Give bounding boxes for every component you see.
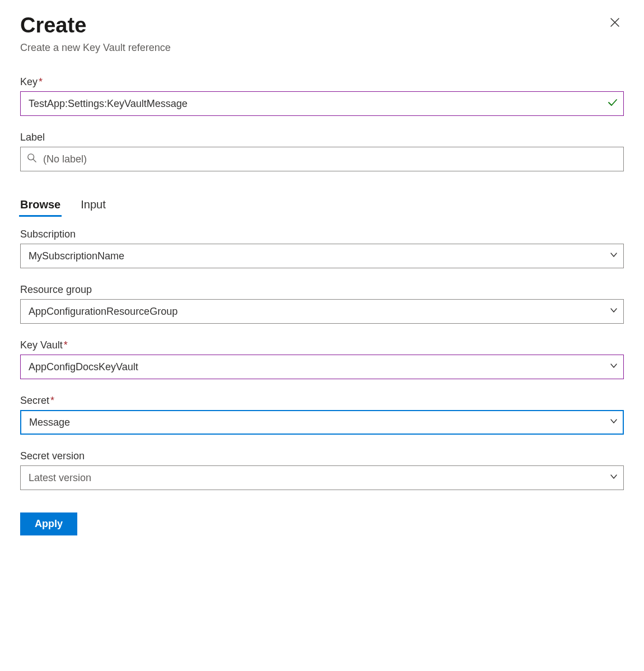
label-input[interactable] [20,147,624,171]
field-secret-version: Secret version Latest version [20,450,624,490]
tab-input[interactable]: Input [81,194,105,216]
close-icon [609,17,620,28]
key-input[interactable] [20,91,624,116]
resource-group-select[interactable]: AppConfigurationResourceGroup [20,299,624,324]
subscription-label: Subscription [20,229,624,240]
key-label: Key* [20,76,624,88]
key-label-text: Key [20,76,38,87]
field-resource-group: Resource group AppConfigurationResourceG… [20,284,624,324]
resource-group-select-wrap: AppConfigurationResourceGroup [20,299,624,324]
secret-version-label: Secret version [20,450,624,462]
secret-version-select[interactable]: Latest version [20,465,624,490]
field-key: Key* [20,76,624,116]
field-subscription: Subscription MySubscriptionName [20,229,624,268]
key-input-wrap [20,91,624,116]
key-vault-label-text: Key Vault [20,339,63,351]
page-title: Create [20,13,171,38]
required-indicator: * [64,339,68,351]
required-indicator: * [39,76,43,87]
subscription-select-wrap: MySubscriptionName [20,244,624,268]
header-text: Create Create a new Key Vault reference [20,13,171,54]
tabs: Browse Input [20,194,624,216]
secret-version-select-wrap: Latest version [20,465,624,490]
key-vault-select-wrap: AppConfigDocsKeyVault [20,355,624,379]
key-vault-select[interactable]: AppConfigDocsKeyVault [20,355,624,379]
key-vault-label: Key Vault* [20,339,624,351]
secret-select[interactable]: Message [20,410,624,435]
page-subtitle: Create a new Key Vault reference [20,42,171,54]
tab-browse[interactable]: Browse [20,194,60,216]
secret-select-wrap: Message [20,410,624,435]
panel-header: Create Create a new Key Vault reference [20,13,624,54]
close-button[interactable] [606,13,624,31]
subscription-select[interactable]: MySubscriptionName [20,244,624,268]
required-indicator: * [50,395,54,406]
field-secret: Secret* Message [20,395,624,435]
secret-label: Secret* [20,395,624,407]
field-key-vault: Key Vault* AppConfigDocsKeyVault [20,339,624,379]
label-input-wrap [20,147,624,171]
field-label: Label [20,132,624,171]
resource-group-label: Resource group [20,284,624,296]
label-label: Label [20,132,624,143]
apply-button[interactable]: Apply [20,512,77,535]
secret-label-text: Secret [20,395,49,406]
